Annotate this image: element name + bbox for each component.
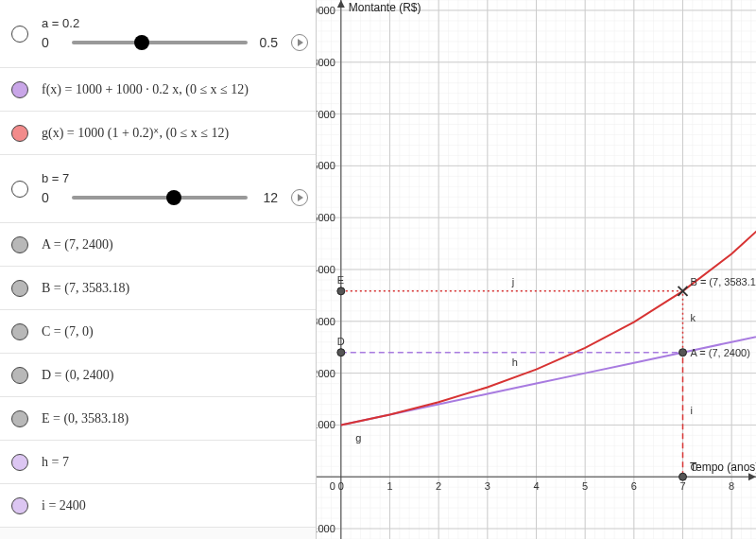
- row-h: h = 7: [0, 441, 316, 484]
- svg-text:3: 3: [485, 480, 490, 492]
- svg-point-155: [337, 349, 345, 356]
- slider-b-label: b = 7: [42, 171, 308, 185]
- svg-text:1000: 1000: [317, 419, 335, 430]
- visibility-toggle-g[interactable]: [11, 125, 28, 142]
- svg-text:5000: 5000: [317, 212, 335, 223]
- svg-text:h: h: [512, 356, 518, 368]
- svg-text:1: 1: [387, 480, 392, 492]
- play-a-button[interactable]: [291, 34, 308, 51]
- value-D: D = (0, 2400): [42, 368, 308, 383]
- svg-text:B = (7, 3583.18): B = (7, 3583.18): [691, 276, 757, 287]
- svg-marker-120: [337, 0, 345, 8]
- slider-a-min: 0: [42, 35, 64, 50]
- svg-point-153: [337, 287, 345, 295]
- svg-text:8000: 8000: [317, 57, 335, 68]
- row-E: E = (0, 3583.18): [0, 397, 316, 441]
- svg-text:6000: 6000: [317, 160, 335, 171]
- formula-f: f(x) = 1000 + 1000 · 0.2 x, (0 ≤ x ≤ 12): [42, 82, 308, 97]
- svg-text:i: i: [691, 405, 693, 416]
- graph-view[interactable]: 012345678-100001000200030004000500060007…: [317, 0, 756, 539]
- svg-text:7: 7: [679, 480, 685, 492]
- value-A: A = (7, 2400): [42, 237, 308, 252]
- slider-a-thumb[interactable]: [134, 35, 149, 50]
- visibility-toggle-B[interactable]: [11, 280, 28, 297]
- slider-b[interactable]: [72, 196, 248, 200]
- algebra-panel[interactable]: a = 0.2 0 0.5 f(x) = 1000 + 1000 · 0.2 x…: [0, 0, 317, 539]
- row-C: C = (7, 0): [0, 310, 316, 354]
- row-slider-a: a = 0.2 0 0.5: [0, 0, 316, 68]
- svg-text:0: 0: [338, 480, 344, 492]
- svg-text:9000: 9000: [317, 5, 335, 16]
- value-E: E = (0, 3583.18): [42, 411, 308, 426]
- svg-text:7000: 7000: [317, 109, 335, 120]
- row-B: B = (7, 3583.18): [0, 267, 316, 310]
- row-g: g(x) = 1000 (1 + 0.2)ˣ, (0 ≤ x ≤ 12): [0, 112, 316, 155]
- slider-b-min: 0: [42, 190, 64, 205]
- svg-text:2000: 2000: [317, 368, 335, 379]
- svg-text:8: 8: [729, 480, 734, 492]
- svg-point-157: [679, 349, 687, 356]
- row-D: D = (0, 2400): [0, 354, 316, 397]
- svg-text:Montante (R$): Montante (R$): [349, 1, 421, 14]
- row-f: f(x) = 1000 + 1000 · 0.2 x, (0 ≤ x ≤ 12): [0, 68, 316, 112]
- svg-text:2: 2: [436, 480, 441, 492]
- slider-b-max: 12: [255, 190, 278, 205]
- svg-text:C: C: [691, 461, 698, 473]
- svg-text:Tempo (anos): Tempo (anos): [690, 461, 756, 474]
- svg-text:4000: 4000: [317, 264, 335, 275]
- visibility-toggle-C[interactable]: [11, 323, 28, 340]
- row-i: i = 2400: [0, 484, 316, 528]
- visibility-toggle-i[interactable]: [11, 497, 28, 514]
- formula-g: g(x) = 1000 (1 + 0.2)ˣ, (0 ≤ x ≤ 12): [42, 125, 308, 141]
- slider-a[interactable]: [72, 41, 248, 44]
- svg-text:0: 0: [330, 480, 335, 492]
- svg-marker-121: [748, 473, 756, 480]
- row-slider-b: b = 7 0 12: [0, 155, 316, 223]
- visibility-toggle-A[interactable]: [11, 236, 28, 253]
- svg-text:g: g: [355, 432, 361, 443]
- svg-text:-1000: -1000: [317, 523, 335, 534]
- visibility-toggle-f[interactable]: [11, 81, 28, 98]
- value-i: i = 2400: [42, 498, 308, 513]
- svg-text:4: 4: [533, 480, 539, 492]
- svg-text:5: 5: [582, 480, 588, 492]
- svg-text:k: k: [691, 312, 696, 323]
- visibility-toggle-E[interactable]: [11, 410, 28, 427]
- svg-text:j: j: [511, 276, 514, 287]
- visibility-toggle-h[interactable]: [11, 454, 28, 471]
- value-B: B = (7, 3583.18): [42, 281, 308, 296]
- svg-point-162: [679, 473, 687, 480]
- slider-a-max: 0.5: [255, 35, 278, 50]
- svg-text:A = (7, 2400): A = (7, 2400): [691, 347, 750, 358]
- value-h: h = 7: [42, 455, 308, 470]
- slider-a-label: a = 0.2: [42, 16, 308, 30]
- play-b-button[interactable]: [291, 189, 308, 206]
- svg-text:D: D: [337, 336, 345, 347]
- row-A: A = (7, 2400): [0, 223, 316, 267]
- svg-text:6: 6: [631, 480, 637, 492]
- slider-b-thumb[interactable]: [166, 190, 181, 205]
- visibility-toggle-b[interactable]: [11, 181, 28, 198]
- plot-svg: 012345678-100001000200030004000500060007…: [317, 0, 756, 539]
- value-C: C = (7, 0): [42, 324, 308, 339]
- svg-text:3000: 3000: [317, 316, 335, 327]
- visibility-toggle-D[interactable]: [11, 367, 28, 384]
- svg-text:E: E: [337, 274, 344, 286]
- visibility-toggle-a[interactable]: [11, 26, 28, 43]
